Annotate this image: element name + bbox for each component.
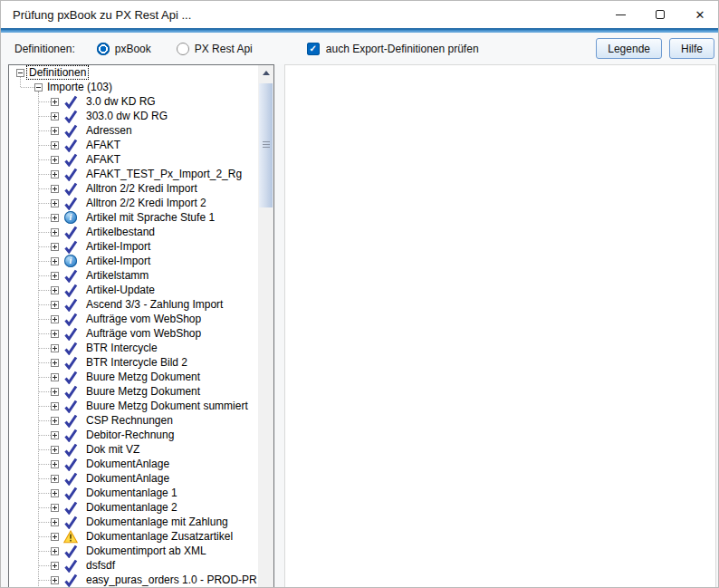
expand-toggle-icon[interactable] (51, 504, 59, 512)
checkbox-export-definitions[interactable]: ✓ auch Export-Definitionen prüfen (307, 43, 479, 55)
expand-toggle-icon[interactable] (51, 402, 59, 410)
tree-item[interactable]: i dsfsdf (9, 558, 257, 573)
tree-item[interactable]: i DokumentAnlage (9, 471, 257, 486)
expand-toggle-icon[interactable] (51, 301, 59, 309)
tree-item[interactable]: i Buure Metzg Dokument (9, 384, 257, 399)
radio-pxbook[interactable]: pxBook (97, 43, 151, 55)
check-icon: i (63, 356, 78, 370)
scrollbar-thumb[interactable] (259, 83, 273, 207)
expand-toggle-icon[interactable] (51, 98, 59, 106)
tree-item[interactable]: i AFAKT_TEST_Px_Import_2_Rg (9, 167, 257, 181)
expand-toggle-icon[interactable] (51, 533, 59, 541)
scrollbar-up-button[interactable] (258, 65, 273, 81)
minimize-button[interactable] (600, 1, 640, 28)
expand-toggle-icon[interactable] (51, 199, 59, 207)
tree-item[interactable]: i Artikel-Import (9, 254, 257, 268)
close-button[interactable]: ✕ (680, 1, 719, 28)
tree-item[interactable]: i Artikel-Update (9, 283, 257, 297)
tree-item[interactable]: i Debitor-Rechnung (9, 428, 257, 442)
expand-toggle-icon[interactable] (51, 112, 59, 120)
expand-toggle-icon[interactable] (51, 576, 59, 584)
expand-toggle-icon[interactable] (51, 257, 59, 265)
expand-toggle-icon[interactable] (51, 127, 59, 135)
radio-selected-icon[interactable] (97, 43, 110, 55)
tree-item[interactable]: i easy_puras_orders 1.0 - PROD-PRO (9, 573, 257, 587)
tree-item[interactable]: i Buure Metzg Dokument summiert (9, 399, 257, 413)
tree-item[interactable]: i Alltron 2/2 Kredi Import (9, 181, 257, 196)
tree-root-definitionen[interactable]: Definitionen (9, 65, 257, 80)
expand-toggle-icon[interactable] (51, 359, 59, 367)
tree-item[interactable]: i Artikelbestand (9, 225, 257, 239)
expand-toggle-icon[interactable] (51, 228, 59, 236)
tree-item-label: Artikel mit Sprache Stufe 1 (86, 211, 215, 224)
window-title: Prüfung pxBook zu PX Rest Api ... (13, 8, 191, 22)
expand-toggle-icon[interactable] (51, 286, 59, 294)
tree-connector-stub (39, 232, 51, 233)
expand-toggle-icon[interactable] (51, 170, 59, 178)
collapse-toggle-icon[interactable] (16, 69, 24, 77)
expand-toggle-icon[interactable] (51, 388, 59, 396)
tree-item[interactable]: i Dokumentanlage mit Zahlung (9, 515, 257, 529)
tree-item[interactable]: i CSP Rechnungen (9, 413, 257, 428)
expand-toggle-icon[interactable] (51, 518, 59, 526)
expand-toggle-icon[interactable] (51, 547, 59, 555)
tree-item[interactable]: i Dok mit VZ (9, 442, 257, 457)
legend-button[interactable]: Legende (596, 38, 662, 59)
checkbox-checked-icon[interactable]: ✓ (307, 43, 320, 55)
expand-toggle-icon[interactable] (51, 562, 59, 570)
tree-item[interactable]: i Aufträge vom WebShop (9, 312, 257, 326)
expand-toggle-icon[interactable] (51, 460, 59, 468)
tree-item[interactable]: i Aufträge vom WebShop (9, 326, 257, 341)
expand-toggle-icon[interactable] (51, 272, 59, 280)
tree-item-label: Dokumentanlage mit Zahlung (86, 516, 228, 528)
tree-item[interactable]: i Alltron 2/2 Kredi Import 2 (9, 196, 257, 210)
tree-item[interactable]: i Adressen (9, 123, 257, 138)
tree-item[interactable]: i BTR Intercycle (9, 341, 257, 355)
tree-item[interactable]: i Artikelstamm (9, 268, 257, 283)
maximize-button[interactable] (640, 1, 680, 28)
tree-item[interactable]: i Dokumentimport ab XML (9, 544, 257, 558)
info-glyph: i (64, 211, 77, 224)
tree-item[interactable]: i BTR Intercycle Bild 2 (9, 355, 257, 370)
tree-item[interactable]: i Dokumentanlage 2 (9, 500, 257, 515)
tree-item[interactable]: i 3.0 dw KD RG (9, 94, 257, 109)
expand-toggle-icon[interactable] (51, 417, 59, 425)
tree-item[interactable]: i Buure Metzg Dokument (9, 370, 257, 384)
tree-group-label[interactable]: Importe (103) (47, 81, 112, 93)
tree-item[interactable]: i Dokumentanlage 1 (9, 486, 257, 500)
expand-toggle-icon[interactable] (51, 214, 59, 222)
tree-item[interactable]: i 303.0 dw KD RG (9, 109, 257, 123)
expand-toggle-icon[interactable] (51, 141, 59, 149)
expand-toggle-icon[interactable] (51, 373, 59, 381)
help-button[interactable]: Hilfe (669, 38, 714, 59)
tree-item[interactable]: i Artikel-Import (9, 239, 257, 254)
collapse-toggle-icon[interactable] (34, 83, 43, 92)
check-glyph (63, 269, 78, 283)
definitions-tree[interactable]: Definitionen Importe (103) i 3.0 dw KD R… (9, 65, 257, 588)
radio-px-rest-api[interactable]: PX Rest Api (177, 43, 253, 55)
expand-toggle-icon[interactable] (51, 344, 59, 352)
radio-unselected-icon[interactable] (177, 43, 189, 55)
tree-item[interactable]: i Ascend 3/3 - Zahlung Import (9, 297, 257, 312)
tree-item-label: Alltron 2/2 Kredi Import (86, 182, 197, 195)
check-icon: i (63, 472, 78, 486)
expand-toggle-icon[interactable] (51, 315, 59, 323)
tree-connector-stub (39, 551, 51, 552)
tree-group-importe[interactable]: Importe (103) (9, 80, 257, 94)
check-glyph (63, 501, 78, 515)
tree-item[interactable]: i DokumentAnlage (9, 457, 257, 471)
tree-item[interactable]: i AFAKT (9, 138, 257, 152)
expand-toggle-icon[interactable] (51, 330, 59, 338)
expand-toggle-icon[interactable] (51, 431, 59, 439)
tree-scrollbar[interactable] (258, 65, 273, 588)
expand-toggle-icon[interactable] (51, 489, 59, 497)
expand-toggle-icon[interactable] (51, 243, 59, 251)
tree-item[interactable]: i AFAKT (9, 152, 257, 167)
tree-root-label[interactable]: Definitionen (27, 66, 88, 79)
expand-toggle-icon[interactable] (51, 475, 59, 483)
expand-toggle-icon[interactable] (51, 156, 59, 164)
tree-item[interactable]: i Artikel mit Sprache Stufe 1 (9, 210, 257, 225)
expand-toggle-icon[interactable] (51, 446, 59, 454)
tree-item[interactable]: i Dokumentanlage Zusatzartikel (9, 529, 257, 544)
expand-toggle-icon[interactable] (51, 185, 59, 193)
